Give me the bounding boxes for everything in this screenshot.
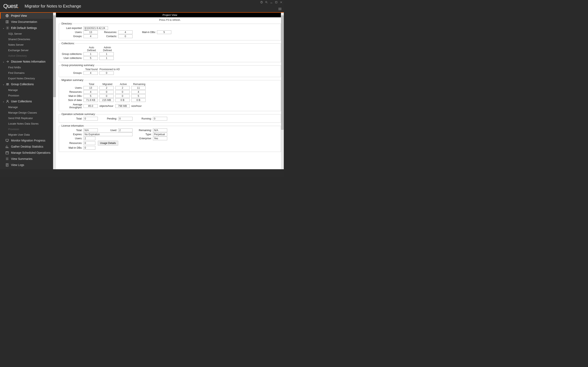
calendar-icon <box>5 151 9 155</box>
lic-mailin-value: 0 <box>84 146 95 150</box>
user-icon <box>6 100 9 103</box>
footer-bar <box>0 169 284 176</box>
mig-users-1: 2 <box>99 86 114 90</box>
mig-h-active: Active <box>115 83 131 86</box>
size-hour-label: size/hour <box>131 105 147 108</box>
mig-users-label: Users: <box>61 86 84 89</box>
svg-rect-17 <box>6 152 9 154</box>
close-icon[interactable] <box>280 1 283 4</box>
nav-view-summaries[interactable]: View Summaries <box>0 156 56 162</box>
user-admin-value: 1 <box>99 56 114 60</box>
lic-users-value: 2 <box>84 137 95 140</box>
nav-manage-scheduled[interactable]: Manage Scheduled Operations <box>0 150 56 156</box>
migration-panel: Migration summary: Total Migrated Active… <box>59 79 281 111</box>
nav-project-view[interactable]: Project View <box>0 13 56 19</box>
nav-discover-notes[interactable]: ⌄ Discover Notes Information <box>0 58 56 65</box>
mig-mailin-3: 5 <box>131 94 146 98</box>
chevron-down-icon: ⌄ <box>2 83 5 85</box>
user-coll-label: User collections: <box>61 57 84 59</box>
lic-expires-value: No Expiration <box>84 133 132 136</box>
lic-used-value: 2 <box>118 128 132 132</box>
log-icon <box>5 163 9 167</box>
gear-icon <box>6 26 9 30</box>
avg-objects-value: 85.0 <box>84 104 98 108</box>
search-icon[interactable] <box>265 1 268 4</box>
book-icon <box>5 20 9 24</box>
content-scrollbar[interactable] <box>281 13 284 169</box>
directory-legend: Directory: <box>61 22 73 25</box>
nav-uc-locate-stores[interactable]: Locate Notes Data Stores <box>0 121 56 126</box>
nav-export-notes-directory[interactable]: Export Notes Directory <box>0 76 56 81</box>
nav-uc-manage-design[interactable]: Manage Design Classes <box>0 110 56 115</box>
minimize-icon[interactable] <box>270 1 273 4</box>
nav-uc-provision: Provision <box>0 126 56 132</box>
svg-point-1 <box>261 3 262 3</box>
groups-value: 4 <box>84 34 98 38</box>
nav-find-domains[interactable]: Find Domains <box>0 70 56 76</box>
nav-view-documentation[interactable]: View Documentation <box>0 19 56 25</box>
nav-sql-server[interactable]: SQL Server <box>0 31 56 36</box>
mig-res-1: 0 <box>99 90 114 94</box>
nav-shared-directories[interactable]: Shared Directories <box>0 36 56 42</box>
nav-gc-provision[interactable]: Provision <box>0 93 56 98</box>
maximize-icon[interactable] <box>275 1 278 4</box>
mig-size-label: Size of data: <box>61 99 84 101</box>
lic-enterprise-value: Yes <box>153 137 167 140</box>
nav-gather-desktop[interactable]: Gather Desktop Statistics <box>0 143 56 150</box>
nav-view-logs[interactable]: View Logs <box>0 162 56 168</box>
resources-value: 4 <box>118 30 132 34</box>
mig-mailin-label: Mail-in DBs: <box>61 95 84 98</box>
nav-view-report-pack: View Report Pack <box>0 168 56 169</box>
op-pending-value: 0 <box>118 117 132 120</box>
app-title: Migrator for Notes to Exchange <box>25 4 81 8</box>
svg-point-13 <box>7 83 8 84</box>
lic-total-value: N/A <box>84 128 98 132</box>
help-icon[interactable] <box>260 1 263 4</box>
op-total-value: 0 <box>84 117 98 120</box>
content-pane: Project View Press F5 to refresh. Direct… <box>56 13 284 169</box>
nav-find-nabs[interactable]: Find NABs <box>0 65 56 70</box>
op-running-label: Running: <box>132 117 153 120</box>
nav-user-collections[interactable]: ⌄ User Collections <box>0 98 56 104</box>
svg-rect-5 <box>276 1 277 3</box>
nav-monitor-migration[interactable]: Monitor Migration Progress <box>0 137 56 143</box>
lic-enterprise-label: Enterprise: <box>132 137 153 140</box>
mig-size-0: 71.8 KB <box>84 98 98 102</box>
migration-legend: Migration summary: <box>61 79 84 82</box>
lic-remaining-value: N/A <box>153 128 167 132</box>
mig-users-0: 13 <box>84 86 98 90</box>
nav-exchange-server[interactable]: Exchange Server <box>0 48 56 53</box>
mig-h-total: Total <box>84 83 99 86</box>
nav-uc-migrate-data[interactable]: Migrate User Data <box>0 132 56 137</box>
svg-line-3 <box>267 3 268 3</box>
titlebar: Quest. Migrator for Notes to Exchange <box>0 0 284 13</box>
nav-uc-send-pab[interactable]: Send PAB Replicator <box>0 115 56 121</box>
mig-size-3: 0 B <box>131 98 146 102</box>
last-exported-label: Last exported: <box>61 27 84 30</box>
total-found-head: Total found <box>84 68 99 71</box>
nav-gc-manage[interactable]: Manage <box>0 87 56 93</box>
group-admin-value: 1 <box>99 52 114 56</box>
lic-users-label: Users: <box>61 137 84 140</box>
mailin-value: 5 <box>157 30 171 34</box>
lic-expires-label: Expires: <box>61 133 84 136</box>
mig-mailin-1: 0 <box>99 94 114 98</box>
nav-notes-server[interactable]: Notes Server <box>0 42 56 48</box>
nav-edit-default-settings[interactable]: ⌄ Edit Default Settings <box>0 25 56 31</box>
sidebar-scrollbar[interactable] <box>53 13 56 169</box>
nav-group-collections[interactable]: ⌄ Group Collections <box>0 81 56 87</box>
operation-legend: Operation schedule summary: <box>61 113 96 116</box>
lic-used-label: Used: <box>98 129 118 132</box>
collections-panel: Collections: Auto Defined Admin Defined … <box>59 42 281 62</box>
hamburger-icon[interactable] <box>278 8 282 11</box>
mailin-label: Mail-in DBs: <box>132 31 157 34</box>
usage-details-button[interactable]: Usage Details <box>98 141 118 146</box>
nav-active-directory: Active Directory <box>0 53 56 58</box>
contacts-value: 0 <box>118 34 132 38</box>
list-icon <box>5 157 9 161</box>
lic-total-label: Total: <box>61 129 84 132</box>
nav-uc-manage[interactable]: Manage <box>0 104 56 110</box>
svg-point-15 <box>7 100 8 101</box>
group-auto-value: 1 <box>84 52 98 56</box>
users-label: Users: <box>61 31 84 34</box>
